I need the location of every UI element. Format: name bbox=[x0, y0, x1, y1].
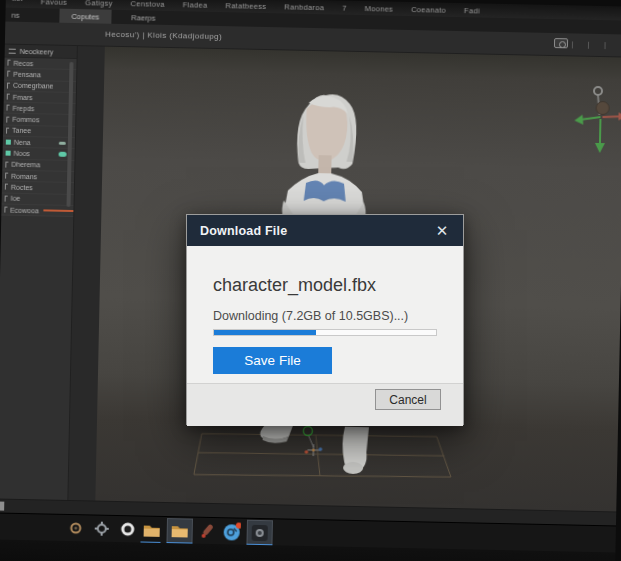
tab-raerps[interactable]: Raerps bbox=[119, 10, 167, 25]
teal-swatch-icon bbox=[6, 139, 11, 144]
item-icon bbox=[5, 161, 8, 167]
item-label: Recos bbox=[13, 59, 33, 66]
camera-icon[interactable] bbox=[554, 38, 568, 48]
tab-partial[interactable]: ns bbox=[5, 8, 25, 22]
save-file-button[interactable]: Save File bbox=[213, 347, 332, 374]
item-icon bbox=[5, 173, 8, 179]
list-item[interactable]: Ecowooa bbox=[1, 204, 73, 217]
bronze-gear-icon[interactable] bbox=[67, 519, 85, 537]
item-label: Pensana bbox=[13, 71, 41, 79]
menu-item[interactable]: Ratatbeess bbox=[225, 1, 266, 11]
menu-item[interactable]: ust bbox=[12, 0, 23, 2]
menu-item[interactable]: Coeanato bbox=[411, 5, 446, 15]
dialog-titlebar[interactable]: Download File ✕ bbox=[187, 215, 463, 246]
item-label: Romans bbox=[11, 172, 37, 180]
cancel-button[interactable]: Cancel bbox=[375, 389, 441, 410]
download-dialog: Download File ✕ character_model.fbx Down… bbox=[186, 214, 464, 425]
item-label: Dherema bbox=[11, 161, 40, 169]
folder-active-box[interactable] bbox=[166, 518, 193, 544]
ring-icon[interactable] bbox=[119, 520, 137, 538]
menu-item[interactable]: Censtova bbox=[131, 0, 165, 8]
item-label: Roctes bbox=[11, 184, 33, 191]
item-label: Frepds bbox=[12, 105, 34, 112]
item-label: Nena bbox=[14, 138, 31, 145]
menu-item[interactable]: Ranbdaroa bbox=[284, 2, 324, 12]
progress-bar bbox=[213, 329, 437, 336]
item-icon bbox=[4, 207, 7, 213]
item-icon bbox=[7, 94, 10, 100]
item-icon bbox=[7, 82, 10, 88]
folder-open-icon bbox=[172, 524, 188, 537]
toolbar-dots: | | | bbox=[571, 39, 612, 49]
panel-title: Neockeery bbox=[20, 47, 54, 55]
item-icon bbox=[6, 128, 9, 134]
item-label: Comegrbane bbox=[13, 82, 54, 90]
pivot-gizmo[interactable] bbox=[303, 426, 323, 456]
close-icon[interactable]: ✕ bbox=[432, 221, 452, 241]
teal-blob-icon bbox=[59, 152, 67, 157]
dialog-title: Download File bbox=[200, 224, 287, 238]
item-right-icon bbox=[59, 142, 66, 145]
item-label: Tanee bbox=[12, 127, 31, 134]
tab-coputes[interactable]: Coputes bbox=[59, 9, 111, 24]
item-icon bbox=[5, 195, 8, 201]
blue-badge-icon[interactable] bbox=[223, 522, 241, 540]
camera-app-box[interactable] bbox=[246, 520, 273, 546]
gear-icon[interactable] bbox=[93, 519, 111, 537]
screen: ust Favous Gatigsy Censtova Fladea Ratat… bbox=[0, 0, 621, 561]
item-icon bbox=[7, 60, 10, 66]
hamburger-icon[interactable] bbox=[9, 48, 16, 53]
teal-swatch-icon bbox=[6, 151, 11, 156]
item-label: Ioe bbox=[11, 195, 21, 202]
menu-item[interactable]: 7 bbox=[342, 3, 347, 12]
item-label: Fmars bbox=[13, 93, 33, 100]
item-icon bbox=[6, 105, 9, 111]
folder-icon[interactable] bbox=[143, 521, 161, 539]
orange-line bbox=[44, 209, 74, 212]
breadcrumb: Hecosu') | Klois (Kdadjodupg) bbox=[105, 30, 222, 41]
axis-gizmo[interactable] bbox=[574, 86, 621, 153]
item-label: Noos bbox=[14, 150, 30, 157]
menu-item[interactable]: Fadi bbox=[464, 6, 480, 15]
menu-item[interactable]: Favous bbox=[41, 0, 68, 6]
menu-item[interactable]: Fladea bbox=[183, 0, 208, 9]
item-icon bbox=[5, 184, 8, 190]
brush-icon[interactable] bbox=[199, 522, 217, 540]
menu-item[interactable]: Gatigsy bbox=[85, 0, 113, 7]
download-filename: character_model.fbx bbox=[213, 275, 376, 296]
item-icon bbox=[7, 71, 10, 77]
progress-fill bbox=[214, 330, 316, 335]
menu-item[interactable]: Moones bbox=[365, 4, 394, 14]
camera-app-icon bbox=[252, 525, 268, 541]
outliner-panel: Neockeery Recos Pensana Comegrbane Fmars… bbox=[0, 45, 77, 500]
status-chip bbox=[0, 501, 4, 510]
download-status: Downloding (7.2GB of 10.5GBS)...) bbox=[213, 309, 408, 323]
dialog-footer: Cancel bbox=[187, 383, 463, 426]
item-label: Ecowooa bbox=[10, 206, 39, 214]
item-label: Fommos bbox=[12, 116, 39, 124]
floor-grid bbox=[194, 432, 452, 480]
item-icon bbox=[6, 116, 9, 122]
